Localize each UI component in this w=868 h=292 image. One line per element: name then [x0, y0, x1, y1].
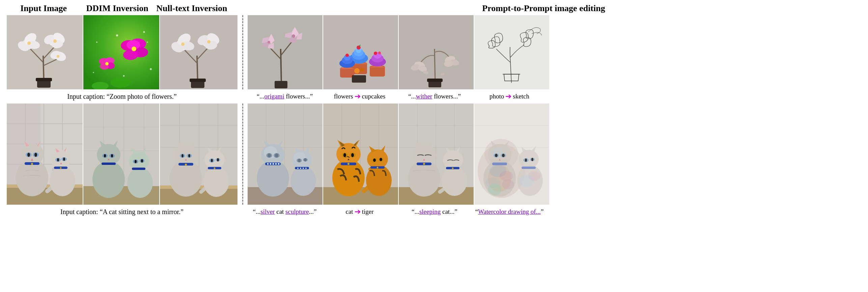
- svg-point-314: [528, 171, 540, 181]
- svg-point-231: [298, 159, 301, 162]
- svg-point-253: [343, 153, 346, 157]
- svg-point-67: [268, 41, 270, 43]
- svg-point-38: [93, 72, 94, 73]
- cat-p2p2-image: [323, 104, 398, 205]
- p2p3-flowers-caption: “...wither flowers...”: [397, 92, 472, 101]
- flowers-left-section: [0, 15, 237, 89]
- svg-point-35: [143, 31, 145, 33]
- svg-point-304: [495, 154, 498, 157]
- svg-rect-96: [352, 75, 366, 83]
- cat-null-image: [160, 104, 237, 205]
- p2p1-cats-caption: “...silver cat sculpture...”: [247, 207, 322, 216]
- svg-point-51: [181, 42, 185, 46]
- svg-point-284: [443, 150, 463, 169]
- svg-point-193: [203, 167, 229, 197]
- header-p2p: Prompt-to-Prompt image editing: [482, 3, 605, 13]
- header-row: Input Image DDIM Inversion Null-text Inv…: [0, 0, 868, 15]
- svg-point-25: [123, 50, 138, 60]
- svg-point-283: [442, 166, 467, 196]
- svg-point-155: [92, 161, 125, 198]
- header-null-text: Null-text Inversion: [156, 3, 227, 13]
- svg-point-221: [270, 163, 272, 165]
- svg-point-9: [27, 41, 31, 45]
- svg-point-235: [297, 168, 299, 169]
- svg-rect-173: [132, 168, 145, 170]
- svg-point-282: [423, 163, 425, 165]
- svg-point-198: [211, 159, 213, 162]
- svg-point-309: [488, 183, 501, 196]
- svg-point-162: [111, 154, 113, 157]
- cats-left-section: [0, 104, 237, 205]
- svg-point-37: [150, 68, 152, 70]
- svg-point-172: [141, 159, 143, 163]
- flower-p2p1-image: [248, 15, 323, 89]
- flowers-images-row: [0, 15, 868, 89]
- svg-point-187: [181, 154, 184, 157]
- p2p1-flowers-caption: “...origami flowers...”: [247, 92, 322, 101]
- svg-point-266: [380, 158, 382, 161]
- svg-point-156: [97, 144, 120, 166]
- svg-point-87: [374, 52, 377, 55]
- svg-point-27: [132, 47, 136, 51]
- svg-rect-108: [427, 79, 443, 82]
- flowers-caption: Input caption: “Zoom photo of flowers.”: [67, 93, 176, 100]
- svg-point-166: [129, 151, 149, 170]
- svg-point-218: [275, 153, 278, 157]
- svg-point-34: [116, 34, 118, 36]
- svg-point-144: [63, 157, 65, 161]
- svg-point-223: [275, 163, 277, 165]
- svg-point-247: [336, 143, 361, 165]
- svg-rect-164: [102, 163, 116, 165]
- svg-point-56: [207, 40, 211, 43]
- svg-point-255: [351, 153, 354, 157]
- svg-point-135: [50, 166, 75, 196]
- svg-rect-43: [160, 15, 237, 89]
- svg-point-40: [147, 41, 148, 43]
- flower-null-image: [160, 15, 237, 89]
- header-right: Prompt-to-Prompt image editing: [240, 3, 868, 13]
- svg-point-160: [104, 154, 106, 157]
- svg-rect-308: [492, 163, 507, 165]
- svg-point-220: [267, 163, 269, 165]
- svg-rect-73: [275, 81, 287, 88]
- svg-point-183: [174, 144, 198, 166]
- svg-point-288: [452, 168, 454, 169]
- svg-point-237: [303, 168, 304, 169]
- svg-point-165: [127, 168, 153, 198]
- cat-p2p3-image: [399, 104, 474, 205]
- svg-point-192: [185, 164, 187, 166]
- svg-point-233: [304, 158, 307, 162]
- p2p4-cats-caption: “Watercolor drawing of...”: [472, 207, 547, 216]
- svg-point-276: [408, 160, 440, 197]
- svg-point-202: [214, 168, 216, 169]
- svg-point-236: [300, 168, 301, 169]
- svg-point-142: [57, 158, 59, 162]
- header-left: Input Image DDIM Inversion Null-text Inv…: [0, 3, 229, 13]
- cats-row-block: Input caption: “A cat sitting next to a …: [0, 104, 868, 219]
- main-container: Input Image DDIM Inversion Null-text Inv…: [0, 0, 868, 219]
- svg-point-258: [347, 163, 349, 165]
- svg-point-33: [105, 62, 109, 65]
- svg-point-14: [53, 39, 57, 43]
- cat-input-image: [7, 104, 83, 205]
- svg-point-72: [292, 34, 295, 38]
- divider-flowers: [237, 15, 248, 89]
- flower-p2p4-image: [474, 15, 549, 89]
- svg-point-41: [110, 78, 131, 88]
- cats-images-row: [0, 104, 868, 205]
- svg-point-224: [278, 163, 280, 165]
- cat-p2p1-image: [248, 104, 323, 205]
- svg-point-318: [525, 158, 527, 162]
- svg-point-298: [500, 171, 513, 181]
- svg-point-259: [366, 165, 392, 196]
- flower-p2p2-image: [323, 15, 398, 89]
- svg-point-93: [345, 54, 349, 57]
- svg-rect-19: [36, 78, 52, 81]
- flowers-p2p-section: [248, 15, 868, 89]
- svg-point-94: [354, 68, 360, 74]
- svg-point-134: [31, 163, 33, 165]
- divider-cats: [237, 104, 248, 205]
- svg-point-222: [273, 163, 274, 165]
- svg-point-225: [290, 166, 316, 196]
- cat-ddim-image: [83, 104, 159, 205]
